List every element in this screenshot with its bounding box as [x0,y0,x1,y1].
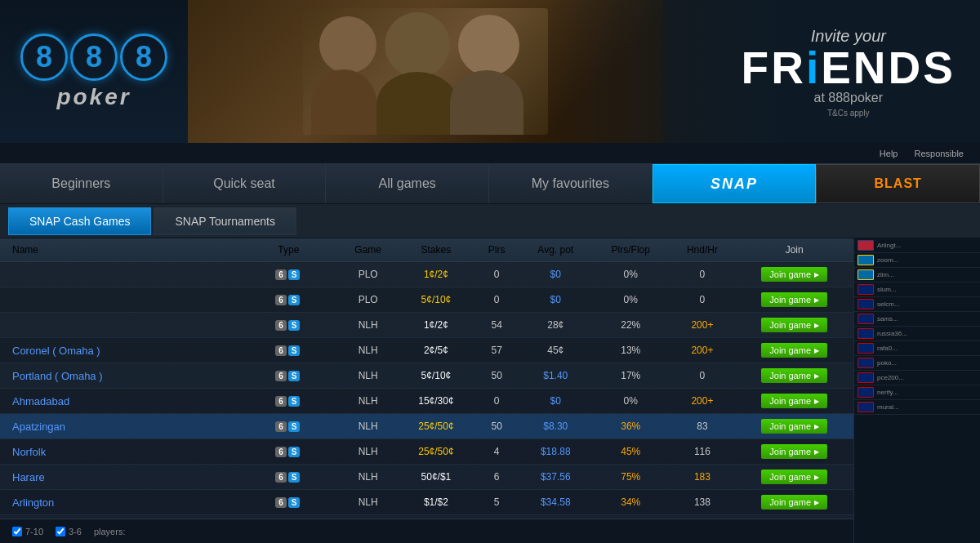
row-type: 6S [238,338,338,363]
row-avg-pot: $0 [519,287,592,313]
join-game-button[interactable]: Join game [761,343,827,358]
table-row: Harare6SNLH50¢/$16$37.5675%183Join game [0,465,853,490]
row-type: 6S [238,414,338,439]
row-hnd-hr: 200+ [670,389,736,414]
friends-text: FRiENDS [742,45,956,90]
row-plrs-flop: 75% [592,465,670,490]
row-join: Join game [735,439,853,465]
join-game-button[interactable]: Join game [761,292,827,307]
checkbox-3-6[interactable]: 3-6 [56,527,82,536]
row-plrs: 50 [474,414,519,439]
row-join: Join game [735,262,853,287]
row-stakes: 1¢/2¢ [398,313,474,338]
tab-blast[interactable]: BLAST [816,164,980,203]
sidebar-player-item: russia36... [854,327,980,341]
col-header-join: Join [735,238,853,262]
table-container: Name Type Game Stakes Plrs Avg. pot Plrs… [0,238,853,543]
row-stakes: 5¢/10¢ [398,363,474,389]
row-plrs-flop: 17% [592,363,670,389]
join-game-button[interactable]: Join game [761,267,827,282]
row-stakes: 25¢/50¢ [398,414,474,439]
tab-all-games[interactable]: All games [326,164,489,203]
help-link[interactable]: Help [880,149,898,158]
responsible-link[interactable]: Responsible [914,149,964,158]
row-type: 6S [238,262,338,287]
row-type: 6S [238,287,338,313]
sidebar-player-name: pce200... [877,374,904,381]
row-avg-pot: $0 [519,262,592,287]
banner-area: Invite your FRiENDS at 888poker T&Cs app… [188,0,980,143]
table-row: Apatzingan6SNLH25¢/50¢50$8.3036%83Join g… [0,414,853,439]
tab-snap[interactable]: SNAP [653,164,817,203]
table-header-row: Name Type Game Stakes Plrs Avg. pot Plrs… [0,238,853,262]
row-name: Apatzingan [0,414,238,439]
sidebar-player-name: slum... [877,286,897,293]
sidebar-player-name: zoom... [877,256,898,264]
sidebar-player-name: russia36... [877,330,907,337]
row-join: Join game [735,363,853,389]
join-game-button[interactable]: Join game [761,368,827,383]
sidebar-player-name: zlim... [877,271,894,278]
row-avg-pot: $37.56 [519,465,592,490]
tab-my-favourites[interactable]: My favourites [489,164,653,203]
player-sidebar: Arlingt...zoom...zlim...slum...selcm...s… [853,238,980,543]
row-plrs-flop: 13% [592,338,670,363]
join-game-button[interactable]: Join game [761,318,827,332]
row-hnd-hr: 0 [670,287,736,313]
sub-tab-snap-cash[interactable]: SNAP Cash Games [8,207,151,235]
row-plrs: 0 [474,389,519,414]
players-label: players: [94,527,126,536]
row-name [0,313,238,338]
banner-text: Invite your FRiENDS at 888poker T&Cs app… [742,26,956,117]
row-name [0,262,238,287]
row-join: Join game [735,414,853,439]
join-game-button[interactable]: Join game [761,419,827,434]
row-type: 6S [238,465,338,490]
table-row: 6SPLO1¢/2¢0$00%0Join game [0,262,853,287]
sidebar-player-name: mural... [877,403,899,411]
row-hnd-hr: 83 [670,414,736,439]
join-game-button[interactable]: Join game [761,394,827,408]
join-game-button[interactable]: Join game [761,470,827,484]
join-game-button[interactable]: Join game [761,444,827,459]
col-header-stakes: Stakes [398,238,474,262]
row-name: Portland ( Omaha ) [0,363,238,389]
main-nav: Beginners Quick seat All games My favour… [0,163,980,204]
row-game: NLH [338,414,398,439]
sidebar-player-item: mural... [854,400,980,415]
row-game: PLO [338,287,398,313]
tab-beginners[interactable]: Beginners [0,164,163,203]
row-avg-pot: $34.58 [519,490,592,515]
row-game: NLH [338,313,398,338]
sidebar-player-name: Arlingt... [877,242,901,249]
col-header-type: Type [238,238,338,262]
tab-quick-seat[interactable]: Quick seat [163,164,327,203]
header: 8 8 8 poker [0,0,980,143]
sidebar-player-item: slum... [854,283,980,297]
table-row: 6SPLO5¢/10¢0$00%0Join game [0,287,853,313]
join-game-button[interactable]: Join game [761,495,827,510]
row-type: 6S [238,389,338,414]
col-header-game[interactable]: Game [338,238,398,262]
game-table: Name Type Game Stakes Plrs Avg. pot Plrs… [0,238,853,543]
row-hnd-hr: 183 [670,465,736,490]
row-plrs-flop: 0% [592,262,670,287]
row-plrs: 0 [474,287,519,313]
row-stakes: 1¢/2¢ [398,262,474,287]
row-type: 6S [238,363,338,389]
sidebar-player-item: nerify... [854,385,980,400]
row-plrs: 57 [474,338,519,363]
logo-poker: poker [56,84,131,110]
row-type: 6S [238,313,338,338]
row-plrs-flop: 36% [592,414,670,439]
row-avg-pot: 28¢ [519,313,592,338]
row-name: Arlington [0,490,238,515]
sidebar-player-name: selcm... [877,300,900,308]
table-row: Portland ( Omaha )6SNLH5¢/10¢50$1.4017%0… [0,363,853,389]
row-join: Join game [735,338,853,363]
row-plrs-flop: 34% [592,490,670,515]
checkbox-7-10[interactable]: 7-10 [12,527,43,536]
row-hnd-hr: 200+ [670,338,736,363]
table-row: Norfolk6SNLH25¢/50¢4$18.8845%116Join gam… [0,439,853,465]
sub-tab-snap-tournaments[interactable]: SNAP Tournaments [154,207,296,235]
